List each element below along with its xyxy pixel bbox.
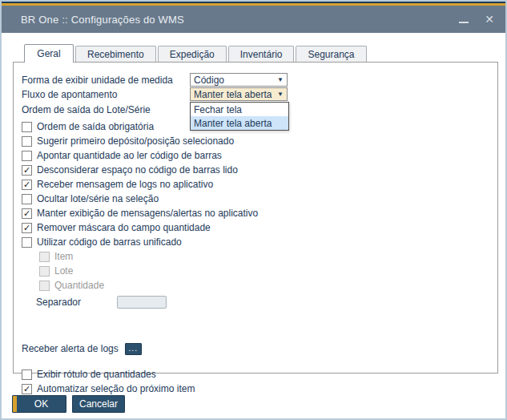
checkbox-list-bottom: Exibir rótulo de quantidades✓Automatizar… <box>14 367 497 396</box>
checkbox-row: Lote <box>14 264 497 278</box>
checkbox-row: ✓Desconsiderar espaço no código de barra… <box>14 163 497 177</box>
checkbox[interactable] <box>22 136 32 147</box>
flow-label: Fluxo de apontamento <box>22 89 117 100</box>
logs-alert-label: Receber alerta de logs <box>22 343 119 354</box>
checkbox-row: Exibir rótulo de quantidades <box>14 367 497 382</box>
checkbox[interactable] <box>22 122 32 132</box>
ok-button[interactable]: OK <box>12 395 66 413</box>
logs-alert-row: Receber alerta de logs ... <box>14 341 497 356</box>
lot-order-label: Ordem de saída do Lote/Série <box>22 104 151 115</box>
checkbox-row: ✓Remover máscara do campo quantidade <box>14 220 497 235</box>
unit-display-combobox[interactable]: Código ▼ <box>190 73 288 87</box>
checkbox[interactable] <box>22 370 32 380</box>
checkbox-label: Item <box>54 251 73 262</box>
unit-display-label: Forma de exibir unidade de medida <box>22 75 173 86</box>
checkbox-label: Manter exibição de mensagens/alertas no … <box>37 208 258 219</box>
checkbox-row: Quantidade <box>14 278 497 293</box>
checkbox-row: Apontar quantidade ao ler código de barr… <box>14 148 497 163</box>
checkbox-row: Ocultar lote/série na seleção <box>14 192 497 206</box>
checkbox-label: Utilizar código de barras unificado <box>37 236 182 248</box>
dropdown-option[interactable]: Manter tela aberta <box>191 116 288 130</box>
cancel-button[interactable]: Cancelar <box>72 395 125 413</box>
checkbox[interactable]: ✓ <box>22 180 32 190</box>
checkbox[interactable]: ✓ <box>22 384 32 394</box>
checkbox-row: Sugerir primeiro depósito/posição seleci… <box>14 134 497 148</box>
tab-segurança[interactable]: Segurança <box>296 46 366 62</box>
checkbox-label: Ordem de saída obrigatória <box>37 121 154 132</box>
logs-alert-browse-button[interactable]: ... <box>125 343 142 355</box>
dropdown-option[interactable]: Fechar tela <box>191 103 288 116</box>
checkbox-label: Automatizar seleção do próximo item <box>37 383 195 394</box>
checkbox-row: ✓Receber mensagem de logs no aplicativo <box>14 177 497 192</box>
wms-settings-dialog: BR One :: Configurações do WMS ✕ GeralRe… <box>0 0 507 420</box>
checkbox-label: Lote <box>54 265 73 277</box>
window-title: BR One :: Configurações do WMS <box>21 14 184 26</box>
checkbox-row: ✓Manter exibição de mensagens/alertas no… <box>14 206 497 220</box>
title-bar: BR One :: Configurações do WMS ✕ <box>2 6 505 33</box>
checkbox-label: Sugerir primeiro depósito/posição seleci… <box>37 135 234 147</box>
flow-dropdown-popup: Fechar telaManter tela aberta <box>190 102 289 131</box>
tab-bar: GeralRecebimentoExpediçãoInventárioSegur… <box>24 44 368 62</box>
checkbox <box>39 252 50 262</box>
tab-recebimento[interactable]: Recebimento <box>75 46 156 62</box>
checkbox[interactable]: ✓ <box>22 223 32 233</box>
tab-inventário[interactable]: Inventário <box>228 46 295 62</box>
chevron-down-icon: ▼ <box>277 91 284 98</box>
checkbox-label: Ocultar lote/série na seleção <box>37 193 159 204</box>
checkbox[interactable] <box>22 194 32 204</box>
tab-expedição[interactable]: Expedição <box>158 46 227 62</box>
checkbox-label: Remover máscara do campo quantidade <box>37 222 211 233</box>
separator-row: Separador <box>14 293 497 311</box>
checkbox <box>39 281 50 291</box>
separator-input <box>117 296 167 309</box>
checkbox-label: Desconsiderar espaço no código de barras… <box>37 164 238 176</box>
checkbox-row: Item <box>14 249 497 264</box>
flow-combobox[interactable]: Manter tela aberta ▼ <box>190 87 288 101</box>
minimize-icon[interactable] <box>459 22 469 23</box>
separator-label: Separador <box>36 297 117 308</box>
checkbox[interactable] <box>22 237 32 248</box>
default-button-accent <box>13 396 17 412</box>
checkbox[interactable]: ✓ <box>22 208 32 219</box>
checkbox-list-main: Ordem de saída obrigatóriaSugerir primei… <box>14 119 497 293</box>
tab-geral[interactable]: Geral <box>24 44 74 63</box>
checkbox-label: Quantidade <box>54 280 104 291</box>
chevron-down-icon: ▼ <box>277 76 284 83</box>
checkbox[interactable]: ✓ <box>22 165 32 176</box>
checkbox-row: ✓Automatizar seleção do próximo item <box>14 382 497 396</box>
checkbox-label: Apontar quantidade ao ler código de barr… <box>37 150 222 161</box>
settings-panel: Forma de exibir unidade de medida Código… <box>13 62 498 374</box>
close-icon[interactable]: ✕ <box>485 14 494 25</box>
checkbox-row: Utilizar código de barras unificado <box>14 235 497 249</box>
checkbox-label: Receber mensagem de logs no aplicativo <box>37 179 213 190</box>
checkbox-label: Exibir rótulo de quantidades <box>37 369 156 380</box>
checkbox[interactable] <box>22 151 32 161</box>
checkbox <box>39 266 50 277</box>
